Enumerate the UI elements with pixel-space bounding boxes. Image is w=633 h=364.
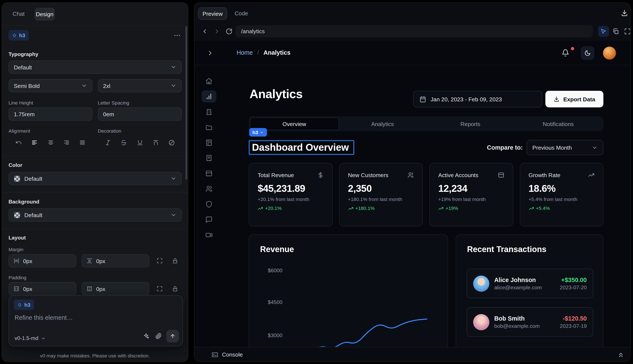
compare-select[interactable]: Previous Month (527, 140, 603, 155)
line-height-input[interactable] (14, 111, 87, 117)
transaction-date: 2023-07-19 (560, 323, 587, 329)
stat-cards-row: Total Revenue $45,231.89 +20.1% from las… (249, 163, 603, 226)
refresh-icon (226, 28, 232, 34)
font-family-select[interactable]: Default (9, 60, 182, 74)
moon-icon (584, 50, 591, 56)
tab-notifications[interactable]: Notifications (514, 118, 602, 130)
url-input[interactable] (241, 28, 587, 34)
background-select[interactable]: Default (9, 208, 182, 222)
sidebar-item-analytics[interactable] (202, 90, 216, 102)
stat-card-subtext: +180.1% from last month (348, 196, 414, 202)
font-weight-select[interactable]: Semi Bold (9, 79, 93, 92)
margin-horizontal-icon (14, 258, 20, 264)
reset-alignment-button[interactable] (12, 137, 26, 148)
more-options-button[interactable] (171, 31, 182, 40)
message-icon (205, 216, 213, 223)
app-content: Analytics Jan 20, 2023 - Feb 09, 2023 Ex… (224, 65, 631, 347)
margin-x-input[interactable] (23, 258, 47, 264)
transaction-name: Bob Smith (494, 315, 540, 322)
margin-lock-button[interactable] (170, 255, 180, 266)
credit-card-icon (205, 170, 213, 177)
italic-button[interactable] (101, 137, 115, 148)
panel-scrollbar[interactable] (185, 26, 187, 180)
padding-lock-button[interactable] (170, 283, 180, 294)
notifications-button[interactable] (562, 49, 570, 57)
chevrons-up-icon[interactable] (617, 352, 624, 359)
align-justify-button[interactable] (75, 137, 89, 148)
selection-badge[interactable]: h3 (249, 128, 267, 137)
fullscreen-button[interactable] (623, 27, 630, 36)
user-avatar[interactable] (603, 46, 616, 60)
sidebar-item-billing[interactable] (202, 167, 216, 180)
sidebar-item-users[interactable] (202, 183, 216, 195)
underline-button[interactable] (133, 137, 147, 148)
sidebar-item-messages[interactable] (202, 214, 216, 226)
download-button[interactable] (620, 8, 629, 18)
tab-code[interactable]: Code (235, 10, 248, 16)
padding-expand-button[interactable] (154, 283, 165, 294)
duplicate-button[interactable] (611, 27, 620, 36)
align-left-button[interactable] (28, 137, 42, 148)
refresh-button[interactable] (225, 27, 233, 36)
line-height-field (9, 108, 93, 121)
overline-button[interactable] (149, 137, 163, 148)
tab-design[interactable]: Design (35, 8, 55, 21)
dollar-sign-icon (317, 172, 324, 178)
sidebar-item-invoices[interactable] (202, 152, 216, 164)
send-button[interactable] (166, 330, 179, 342)
revenue-chart-card: Revenue $6000 $4500 $3000 (249, 234, 448, 347)
back-button[interactable] (200, 27, 209, 36)
tab-chat[interactable]: Chat (13, 11, 25, 17)
section-title: Dashboard Overview (252, 142, 349, 153)
stat-card-value: 12,234 (438, 183, 504, 194)
inspect-element-button[interactable] (598, 26, 609, 37)
padding-horizontal-icon (14, 286, 20, 292)
strikethrough-icon (121, 139, 127, 146)
sidebar-item-video[interactable] (202, 229, 216, 241)
margin-expand-button[interactable] (154, 255, 165, 266)
strikethrough-button[interactable] (117, 137, 131, 148)
date-range-button[interactable]: Jan 20, 2023 - Feb 09, 2023 (413, 91, 542, 107)
stat-card-subtext: +20.1% from last month (258, 196, 324, 202)
composer-element-badge[interactable]: h3 (14, 300, 34, 310)
sidebar-item-home[interactable] (202, 75, 216, 87)
tab-preview[interactable]: Preview (198, 7, 227, 20)
align-right-button[interactable] (60, 137, 73, 148)
underline-icon (137, 139, 143, 146)
shield-icon (205, 200, 213, 208)
attach-file-button[interactable] (154, 331, 164, 341)
margin-y-input[interactable] (96, 258, 120, 264)
theme-toggle-button[interactable] (581, 46, 594, 60)
margin-label: Margin (9, 247, 24, 252)
url-bar (235, 25, 593, 37)
console-label[interactable]: Console (222, 352, 243, 358)
revenue-line-chart (256, 264, 443, 347)
composer-input[interactable]: Refine this element… (15, 314, 73, 321)
export-data-button[interactable]: Export Data (545, 91, 603, 107)
sidebar-toggle-button[interactable] (206, 50, 214, 56)
enhance-prompt-button[interactable] (141, 331, 151, 341)
color-select[interactable]: Default (9, 172, 182, 185)
sidebar-item-security[interactable] (202, 198, 216, 210)
undo-icon (15, 139, 22, 146)
stat-card-growth-rate: Growth Rate 18.6% +5.4% from last month … (520, 163, 603, 226)
align-center-button[interactable] (44, 137, 58, 148)
sidebar-item-organization[interactable] (202, 106, 216, 118)
expand-icon (156, 286, 163, 292)
breadcrumb-home-link[interactable]: Home (237, 49, 253, 56)
trending-up-icon (258, 206, 263, 211)
padding-x-input[interactable] (23, 286, 47, 292)
selected-element-badge[interactable]: h3 (9, 30, 29, 41)
tab-reports[interactable]: Reports (427, 118, 514, 130)
no-decoration-button[interactable] (165, 137, 179, 148)
font-size-select[interactable]: 2xl (98, 79, 182, 92)
sidebar-item-projects[interactable] (202, 121, 216, 133)
chevron-left-icon (201, 28, 208, 34)
padding-y-input[interactable] (96, 286, 120, 292)
model-select[interactable]: v0-1.5-md (15, 335, 46, 341)
tab-analytics[interactable]: Analytics (339, 118, 427, 130)
letter-spacing-input[interactable] (103, 111, 177, 117)
page-title: Analytics (250, 87, 303, 101)
sidebar-item-notes[interactable] (202, 137, 216, 149)
forward-button[interactable] (212, 27, 221, 36)
